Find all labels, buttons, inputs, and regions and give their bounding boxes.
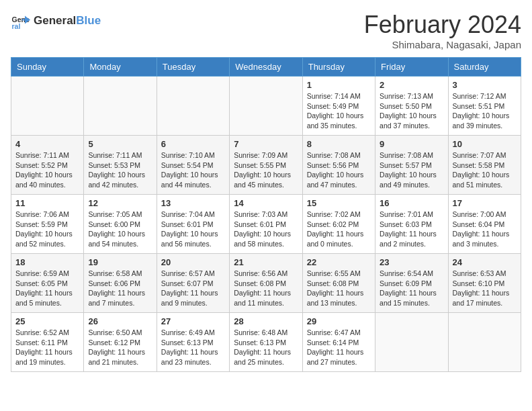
day-number: 14 bbox=[234, 198, 298, 208]
day-info: Sunrise: 7:01 AM Sunset: 6:03 PM Dayligh… bbox=[380, 210, 443, 249]
calendar-title: February 2024 bbox=[364, 11, 521, 39]
day-number: 3 bbox=[453, 80, 517, 90]
calendar-cell: 27Sunrise: 6:49 AM Sunset: 6:13 PM Dayli… bbox=[157, 313, 229, 372]
day-number: 25 bbox=[15, 316, 79, 326]
day-number: 28 bbox=[234, 316, 298, 326]
calendar-cell bbox=[11, 77, 84, 136]
day-info: Sunrise: 7:13 AM Sunset: 5:50 PM Dayligh… bbox=[380, 91, 443, 131]
calendar-subtitle: Shimabara, Nagasaki, Japan bbox=[364, 39, 521, 50]
calendar-cell: 4Sunrise: 7:11 AM Sunset: 5:52 PM Daylig… bbox=[11, 136, 84, 195]
weekday-header-friday: Friday bbox=[375, 58, 448, 77]
calendar-cell: 29Sunrise: 6:47 AM Sunset: 6:14 PM Dayli… bbox=[302, 313, 375, 372]
day-number: 15 bbox=[307, 198, 371, 208]
day-number: 13 bbox=[161, 198, 225, 208]
day-number: 26 bbox=[88, 316, 152, 326]
calendar-cell: 1Sunrise: 7:14 AM Sunset: 5:49 PM Daylig… bbox=[302, 77, 375, 136]
svg-text:ral: ral bbox=[12, 22, 21, 30]
day-info: Sunrise: 6:58 AM Sunset: 6:06 PM Dayligh… bbox=[88, 269, 152, 308]
day-info: Sunrise: 6:47 AM Sunset: 6:14 PM Dayligh… bbox=[307, 328, 371, 367]
calendar-cell: 23Sunrise: 6:54 AM Sunset: 6:09 PM Dayli… bbox=[375, 254, 448, 313]
calendar-cell: 12Sunrise: 7:05 AM Sunset: 6:00 PM Dayli… bbox=[84, 195, 157, 254]
calendar-cell: 10Sunrise: 7:07 AM Sunset: 5:58 PM Dayli… bbox=[448, 136, 521, 195]
calendar-cell: 7Sunrise: 7:09 AM Sunset: 5:55 PM Daylig… bbox=[230, 136, 302, 195]
calendar-cell: 17Sunrise: 7:00 AM Sunset: 6:04 PM Dayli… bbox=[448, 195, 521, 254]
day-info: Sunrise: 7:11 AM Sunset: 5:53 PM Dayligh… bbox=[88, 150, 152, 190]
day-info: Sunrise: 6:52 AM Sunset: 6:11 PM Dayligh… bbox=[15, 328, 79, 367]
day-info: Sunrise: 7:00 AM Sunset: 6:04 PM Dayligh… bbox=[453, 210, 517, 249]
calendar-cell: 11Sunrise: 7:06 AM Sunset: 5:59 PM Dayli… bbox=[11, 195, 84, 254]
calendar-cell: 13Sunrise: 7:04 AM Sunset: 6:01 PM Dayli… bbox=[157, 195, 229, 254]
calendar-cell: 8Sunrise: 7:08 AM Sunset: 5:56 PM Daylig… bbox=[302, 136, 375, 195]
calendar-cell: 16Sunrise: 7:01 AM Sunset: 6:03 PM Dayli… bbox=[375, 195, 448, 254]
day-info: Sunrise: 7:02 AM Sunset: 6:02 PM Dayligh… bbox=[307, 210, 371, 249]
day-info: Sunrise: 6:48 AM Sunset: 6:13 PM Dayligh… bbox=[234, 328, 298, 367]
calendar-cell: 26Sunrise: 6:50 AM Sunset: 6:12 PM Dayli… bbox=[84, 313, 157, 372]
day-info: Sunrise: 6:56 AM Sunset: 6:08 PM Dayligh… bbox=[234, 269, 298, 308]
calendar-cell: 25Sunrise: 6:52 AM Sunset: 6:11 PM Dayli… bbox=[11, 313, 84, 372]
day-number: 6 bbox=[161, 139, 225, 149]
title-section: February 2024 Shimabara, Nagasaki, Japan bbox=[364, 11, 521, 50]
day-number: 1 bbox=[307, 80, 371, 90]
day-number: 19 bbox=[88, 257, 152, 267]
calendar-cell: 9Sunrise: 7:08 AM Sunset: 5:57 PM Daylig… bbox=[375, 136, 448, 195]
calendar-cell: 15Sunrise: 7:02 AM Sunset: 6:02 PM Dayli… bbox=[302, 195, 375, 254]
day-info: Sunrise: 6:59 AM Sunset: 6:05 PM Dayligh… bbox=[15, 269, 79, 308]
calendar-cell bbox=[375, 313, 448, 372]
calendar-cell: 19Sunrise: 6:58 AM Sunset: 6:06 PM Dayli… bbox=[84, 254, 157, 313]
day-number: 8 bbox=[307, 139, 371, 149]
calendar-cell: 28Sunrise: 6:48 AM Sunset: 6:13 PM Dayli… bbox=[230, 313, 302, 372]
logo: Gene ral GeneralBlue bbox=[11, 11, 101, 31]
day-info: Sunrise: 6:53 AM Sunset: 6:10 PM Dayligh… bbox=[453, 269, 517, 308]
day-number: 16 bbox=[380, 198, 443, 208]
day-number: 9 bbox=[380, 139, 443, 149]
day-number: 10 bbox=[453, 139, 517, 149]
calendar-cell bbox=[230, 77, 302, 136]
day-number: 17 bbox=[453, 198, 517, 208]
calendar-cell: 21Sunrise: 6:56 AM Sunset: 6:08 PM Dayli… bbox=[230, 254, 302, 313]
day-number: 5 bbox=[88, 139, 152, 149]
weekday-header-thursday: Thursday bbox=[302, 58, 375, 77]
weekday-header-saturday: Saturday bbox=[448, 58, 521, 77]
day-number: 12 bbox=[88, 198, 152, 208]
page-header: Gene ral GeneralBlue February 2024 Shima… bbox=[11, 11, 521, 50]
calendar-cell bbox=[84, 77, 157, 136]
day-number: 20 bbox=[161, 257, 225, 267]
day-info: Sunrise: 7:06 AM Sunset: 5:59 PM Dayligh… bbox=[15, 210, 79, 249]
calendar-cell: 20Sunrise: 6:57 AM Sunset: 6:07 PM Dayli… bbox=[157, 254, 229, 313]
calendar-cell: 14Sunrise: 7:03 AM Sunset: 6:01 PM Dayli… bbox=[230, 195, 302, 254]
week-row-1: 1Sunrise: 7:14 AM Sunset: 5:49 PM Daylig… bbox=[11, 77, 521, 136]
day-number: 29 bbox=[307, 316, 371, 326]
calendar-cell bbox=[157, 77, 229, 136]
day-number: 2 bbox=[380, 80, 443, 90]
day-info: Sunrise: 7:11 AM Sunset: 5:52 PM Dayligh… bbox=[15, 150, 79, 190]
day-number: 11 bbox=[15, 198, 79, 208]
day-number: 22 bbox=[307, 257, 371, 267]
logo-general: General bbox=[34, 14, 76, 27]
day-info: Sunrise: 7:10 AM Sunset: 5:54 PM Dayligh… bbox=[161, 150, 225, 190]
day-info: Sunrise: 6:50 AM Sunset: 6:12 PM Dayligh… bbox=[88, 328, 152, 367]
day-number: 18 bbox=[15, 257, 79, 267]
week-row-4: 18Sunrise: 6:59 AM Sunset: 6:05 PM Dayli… bbox=[11, 254, 521, 313]
logo-blue: Blue bbox=[76, 14, 101, 27]
day-info: Sunrise: 6:49 AM Sunset: 6:13 PM Dayligh… bbox=[161, 328, 225, 367]
calendar-cell: 24Sunrise: 6:53 AM Sunset: 6:10 PM Dayli… bbox=[448, 254, 521, 313]
day-number: 7 bbox=[234, 139, 298, 149]
calendar-cell: 5Sunrise: 7:11 AM Sunset: 5:53 PM Daylig… bbox=[84, 136, 157, 195]
day-info: Sunrise: 7:05 AM Sunset: 6:00 PM Dayligh… bbox=[88, 210, 152, 249]
weekday-header-wednesday: Wednesday bbox=[230, 58, 302, 77]
week-row-2: 4Sunrise: 7:11 AM Sunset: 5:52 PM Daylig… bbox=[11, 136, 521, 195]
day-info: Sunrise: 7:14 AM Sunset: 5:49 PM Dayligh… bbox=[307, 91, 371, 131]
calendar-cell: 6Sunrise: 7:10 AM Sunset: 5:54 PM Daylig… bbox=[157, 136, 229, 195]
day-info: Sunrise: 7:08 AM Sunset: 5:56 PM Dayligh… bbox=[307, 150, 371, 190]
calendar-cell: 3Sunrise: 7:12 AM Sunset: 5:51 PM Daylig… bbox=[448, 77, 521, 136]
day-info: Sunrise: 7:04 AM Sunset: 6:01 PM Dayligh… bbox=[161, 210, 225, 249]
calendar-cell: 2Sunrise: 7:13 AM Sunset: 5:50 PM Daylig… bbox=[375, 77, 448, 136]
day-info: Sunrise: 7:03 AM Sunset: 6:01 PM Dayligh… bbox=[234, 210, 298, 249]
day-number: 23 bbox=[380, 257, 443, 267]
day-info: Sunrise: 6:55 AM Sunset: 6:08 PM Dayligh… bbox=[307, 269, 371, 308]
week-row-3: 11Sunrise: 7:06 AM Sunset: 5:59 PM Dayli… bbox=[11, 195, 521, 254]
day-info: Sunrise: 6:54 AM Sunset: 6:09 PM Dayligh… bbox=[380, 269, 443, 308]
logo-text: GeneralBlue bbox=[34, 15, 101, 28]
calendar-cell: 18Sunrise: 6:59 AM Sunset: 6:05 PM Dayli… bbox=[11, 254, 84, 313]
day-number: 27 bbox=[161, 316, 225, 326]
